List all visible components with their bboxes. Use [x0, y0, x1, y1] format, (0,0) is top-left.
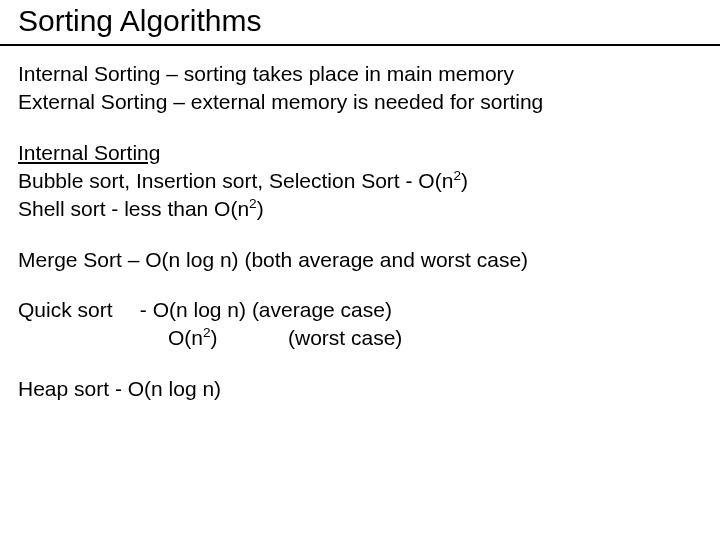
external-sorting-def: External Sorting – external memory is ne… — [18, 88, 702, 116]
quick-sort-worst-line: O(n2)(worst case) — [18, 324, 702, 352]
slide-title: Sorting Algorithms — [18, 4, 702, 44]
title-underline — [0, 44, 720, 46]
internal-sorting-heading: Internal Sorting — [18, 139, 702, 167]
quick-sort-block: Quick sort - O(n log n) (average case) O… — [18, 296, 702, 353]
quick-sort-label: Quick sort — [18, 296, 134, 324]
quick-worst-b: ) — [211, 326, 218, 349]
exponent-2: 2 — [203, 325, 211, 340]
quick-sort-avg-line: Quick sort - O(n log n) (average case) — [18, 296, 702, 324]
shell-sort-text-b: ) — [257, 197, 264, 220]
internal-sorting-block: Internal Sorting Bubble sort, Insertion … — [18, 139, 702, 224]
exponent-2: 2 — [453, 168, 461, 183]
definitions-block: Internal Sorting – sorting takes place i… — [18, 60, 702, 117]
simple-sorts-line: Bubble sort, Insertion sort, Selection S… — [18, 167, 702, 195]
quick-sort-worst-complexity: O(n2) — [168, 324, 288, 352]
simple-sorts-text-b: ) — [461, 169, 468, 192]
merge-sort-line: Merge Sort – O(n log n) (both average an… — [18, 246, 702, 274]
shell-sort-line: Shell sort - less than O(n2) — [18, 195, 702, 223]
quick-worst-a: O(n — [168, 326, 203, 349]
quick-sort-avg: - O(n log n) (average case) — [140, 298, 392, 321]
exponent-2: 2 — [249, 196, 257, 211]
quick-sort-worst-label: (worst case) — [288, 326, 402, 349]
heap-sort-line: Heap sort - O(n log n) — [18, 375, 702, 403]
internal-sorting-def: Internal Sorting – sorting takes place i… — [18, 60, 702, 88]
slide: Sorting Algorithms Internal Sorting – so… — [0, 0, 720, 540]
simple-sorts-text-a: Bubble sort, Insertion sort, Selection S… — [18, 169, 453, 192]
shell-sort-text-a: Shell sort - less than O(n — [18, 197, 249, 220]
slide-body: Internal Sorting – sorting takes place i… — [18, 60, 702, 403]
